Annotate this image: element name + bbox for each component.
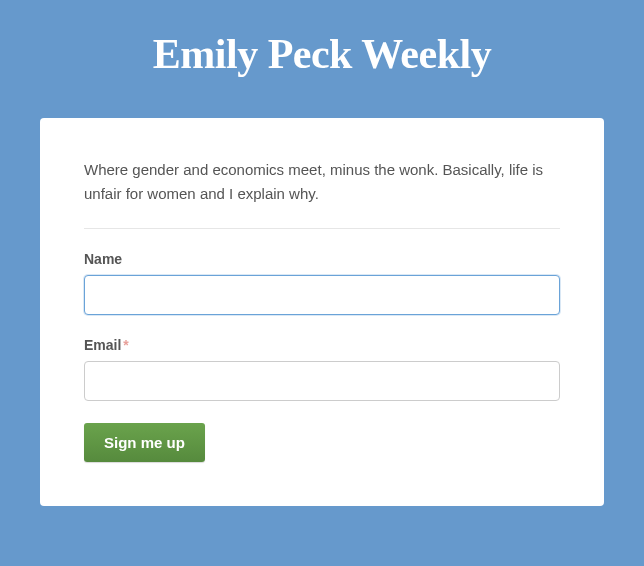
divider (84, 228, 560, 229)
required-indicator: * (123, 337, 128, 353)
signup-button[interactable]: Sign me up (84, 423, 205, 462)
description-text: Where gender and economics meet, minus t… (84, 158, 560, 206)
name-input[interactable] (84, 275, 560, 315)
name-label: Name (84, 251, 560, 267)
email-field-group: Email* (84, 337, 560, 401)
page-title: Emily Peck Weekly (20, 30, 624, 78)
signup-card: Where gender and economics meet, minus t… (40, 118, 604, 506)
page-header: Emily Peck Weekly (0, 0, 644, 118)
name-field-group: Name (84, 251, 560, 315)
email-label: Email* (84, 337, 560, 353)
email-input[interactable] (84, 361, 560, 401)
email-label-text: Email (84, 337, 121, 353)
